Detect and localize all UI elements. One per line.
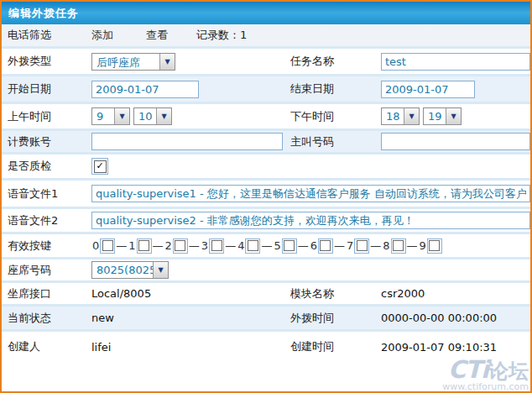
chevron-down-icon: ▼ — [159, 54, 175, 70]
outbound-time-label: 外拨时间 — [290, 311, 381, 326]
record-count: 记录数：1 — [196, 28, 247, 43]
watermark-url: www.ctiforum.com — [442, 382, 529, 391]
agent-interface-value: Local/8005 — [91, 287, 290, 300]
voice-file-1-input[interactable] — [91, 185, 530, 202]
morning-minute-select[interactable]: 10 ▼ — [133, 107, 172, 125]
row-status-time: 当前状态 new 外拨时间 0000-00-00 00:00:00 — [2, 307, 530, 332]
key-digit: 8 — [383, 239, 389, 252]
start-date-input[interactable] — [91, 81, 199, 98]
morning-hour-select[interactable]: 9 ▼ — [91, 107, 130, 125]
creator-value: lifei — [91, 341, 290, 354]
outbound-type-select[interactable]: 后呼座席 ▼ — [91, 53, 175, 71]
check-icon: ✓ — [94, 160, 107, 173]
caller-number-input[interactable] — [381, 133, 530, 150]
key-separator: — — [334, 239, 345, 252]
chevron-down-icon: ▼ — [446, 108, 461, 124]
voice-file-2-input[interactable] — [91, 212, 530, 229]
agent-number-label: 座席号码 — [2, 263, 91, 278]
chevron-down-icon: ▼ — [114, 108, 129, 124]
key-separator: — — [261, 239, 272, 252]
key-digit: 5 — [274, 239, 280, 252]
key-2-checkbox[interactable] — [173, 238, 188, 254]
morning-time-label: 上午时间 — [2, 109, 91, 124]
row-dates: 开始日期 结束日期 — [2, 76, 530, 104]
key-separator: — — [189, 239, 200, 252]
key-separator: — — [407, 239, 418, 252]
add-link[interactable]: 添加 — [91, 28, 146, 43]
key-9-checkbox[interactable] — [427, 238, 442, 254]
task-name-input[interactable] — [381, 53, 530, 71]
key-digit: 1 — [128, 239, 135, 252]
quality-check-label: 是否质检 — [2, 159, 91, 174]
afternoon-hour-select[interactable]: 18 ▼ — [381, 107, 420, 125]
row-type-name: 外拨类型 后呼座席 ▼ 任务名称 — [2, 49, 530, 76]
key-0-checkbox[interactable] — [100, 238, 115, 254]
billing-account-input[interactable] — [91, 133, 283, 150]
key-separator: — — [370, 239, 381, 252]
caller-number-label: 主叫号码 — [290, 134, 381, 149]
key-separator: — — [116, 239, 127, 252]
row-phone-filter: 电话筛选 添加 查看 记录数：1 — [2, 24, 530, 49]
row-times: 上午时间 9 ▼ 10 ▼ 下午时间 18 ▼ 19 ▼ — [2, 104, 530, 131]
row-valid-keys: 有效按键 0 — 1 — 2 — 3 — 4 — 5 — 6 — 7 — — [2, 234, 530, 259]
row-agent-number: 座席号码 8025(8025) ▼ — [2, 259, 530, 283]
key-6-checkbox[interactable] — [318, 238, 333, 254]
voice-file-1-label: 语音文件1 — [2, 186, 91, 202]
key-digit: 4 — [237, 239, 244, 252]
key-digit: 3 — [201, 239, 208, 252]
row-voice-file-1: 语音文件1 — [2, 181, 530, 209]
row-quality-check: 是否质检 ✓ — [2, 155, 530, 181]
key-digit: 9 — [420, 239, 426, 252]
key-digit: 6 — [310, 239, 317, 252]
task-name-label: 任务名称 — [290, 54, 381, 69]
billing-account-label: 计费账号 — [2, 134, 91, 149]
row-voice-file-2: 语音文件2 — [2, 209, 530, 234]
view-link[interactable]: 查看 — [146, 28, 196, 43]
module-name-label: 模块名称 — [290, 286, 381, 301]
chevron-down-icon: ▼ — [156, 108, 171, 124]
agent-number-select[interactable]: 8025(8025) ▼ — [91, 261, 169, 279]
start-date-label: 开始日期 — [2, 81, 91, 97]
chevron-down-icon: ▼ — [404, 108, 419, 124]
key-separator: — — [298, 239, 309, 252]
row-creator: 创建人 lifei 创建时间 2009-01-07 09:10:31 — [2, 332, 530, 362]
current-status-value: new — [91, 312, 290, 324]
creator-label: 创建人 — [2, 339, 91, 354]
voice-file-2-label: 语音文件2 — [2, 213, 91, 228]
edit-outbound-task-panel: 编辑外拨任务 电话筛选 添加 查看 记录数：1 外拨类型 后呼座席 ▼ 任务名称… — [0, 0, 532, 393]
outbound-time-value: 0000-00-00 00:00:00 — [381, 312, 530, 324]
valid-keys-label: 有效按键 — [2, 238, 91, 254]
key-5-checkbox[interactable] — [282, 238, 297, 254]
row-interface-module: 坐席接口 Local/8005 模块名称 csr2000 — [2, 283, 530, 307]
phone-filter-label: 电话筛选 — [2, 28, 91, 43]
key-separator: — — [153, 239, 164, 252]
create-time-value: 2009-01-07 09:10:31 — [381, 341, 530, 354]
key-4-checkbox[interactable] — [245, 238, 260, 254]
end-date-input[interactable] — [381, 81, 475, 98]
chevron-down-icon: ▼ — [153, 262, 168, 278]
create-time-label: 创建时间 — [290, 339, 381, 354]
row-accounts: 计费账号 主叫号码 — [2, 131, 530, 155]
key-3-checkbox[interactable] — [209, 238, 224, 254]
outbound-type-label: 外拨类型 — [2, 54, 91, 69]
panel-title: 编辑外拨任务 — [2, 2, 530, 24]
module-name-value: csr2000 — [381, 287, 530, 300]
key-1-checkbox[interactable] — [137, 238, 152, 254]
agent-interface-label: 坐席接口 — [2, 286, 91, 301]
key-digit: 7 — [347, 239, 353, 252]
current-status-label: 当前状态 — [2, 311, 91, 326]
end-date-label: 结束日期 — [290, 81, 381, 97]
watermark: CTi论坛 www.ctiforum.com — [442, 359, 529, 391]
afternoon-time-label: 下午时间 — [290, 109, 381, 124]
key-8-checkbox[interactable] — [391, 238, 406, 254]
key-digit: 2 — [165, 239, 172, 252]
key-digit: 0 — [92, 239, 99, 252]
afternoon-minute-select[interactable]: 19 ▼ — [423, 107, 462, 125]
quality-check-checkbox[interactable]: ✓ — [91, 158, 108, 175]
key-separator: — — [225, 239, 236, 252]
watermark-logo: CTi论坛 — [442, 359, 529, 382]
key-7-checkbox[interactable] — [354, 238, 369, 254]
